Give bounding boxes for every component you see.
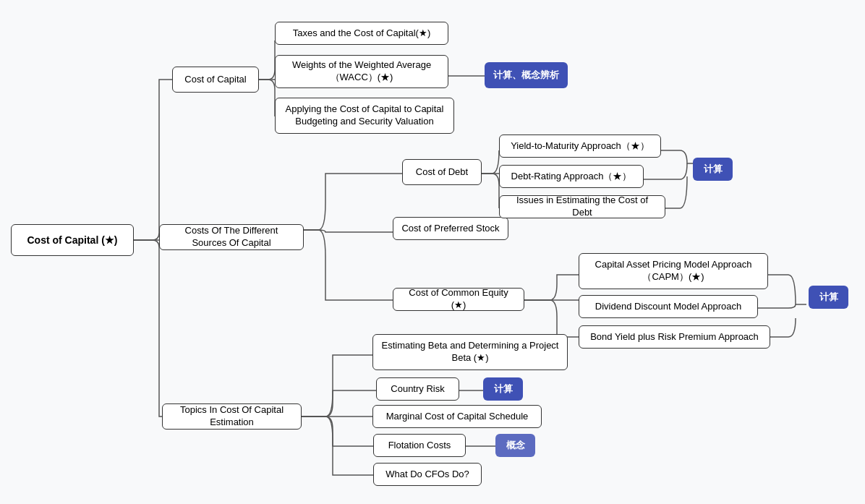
country-risk-node: Country Risk	[376, 377, 459, 401]
cost-pref-stock-node: Cost of Preferred Stock	[393, 217, 508, 240]
cost-of-debt-label: Cost of Debt	[416, 166, 468, 179]
flotation-node: Flotation Costs	[373, 434, 466, 457]
badge-calc1: 计算	[693, 158, 733, 181]
badge-calc2-label: 计算	[819, 291, 838, 304]
applying-node: Applying the Cost of Capital to Capital …	[275, 98, 454, 134]
costs-different-node: Costs Of The Different Sources Of Capita…	[159, 224, 304, 250]
mindmap: Cost of Capital (★) Cost of Capital Cost…	[0, 0, 865, 504]
badge-calc3-label: 计算	[494, 383, 513, 396]
debt-rating-label: Debt-Rating Approach（★）	[511, 171, 632, 183]
cost-of-debt-node: Cost of Debt	[402, 159, 482, 185]
ddm-node: Dividend Discount Model Approach	[579, 295, 758, 318]
weights-node: Weights of the Weighted Average（WACC）(★)	[275, 55, 448, 88]
taxes-node: Taxes and the Cost of Capital(★)	[275, 22, 448, 45]
badge-calc-concept: 计算、概念辨析	[485, 62, 568, 88]
costs-different-label: Costs Of The Different Sources Of Capita…	[167, 225, 296, 249]
bond-yield-node: Bond Yield plus Risk Premium Approach	[579, 325, 770, 349]
marginal-cost-node: Marginal Cost of Capital Schedule	[372, 405, 542, 428]
estimating-beta-node: Estimating Beta and Determining a Projec…	[372, 334, 568, 370]
root-label: Cost of Capital (★)	[27, 234, 118, 247]
ytm-label: Yield-to-Maturity Approach（★）	[511, 140, 649, 153]
badge-concept: 概念	[495, 434, 535, 457]
what-cfos-label: What Do CFOs Do?	[385, 469, 469, 481]
what-cfos-node: What Do CFOs Do?	[373, 463, 482, 486]
badge-calc1-label: 计算	[704, 163, 723, 176]
topics-node: Topics In Cost Of Capital Estimation	[162, 403, 302, 430]
debt-rating-node: Debt-Rating Approach（★）	[499, 165, 644, 188]
issues-cost-debt-label: Issues in Estimating the Cost of Debt	[507, 195, 657, 219]
marginal-cost-label: Marginal Cost of Capital Schedule	[386, 411, 529, 423]
cost-common-equity-node: Cost of Common Equity (★)	[393, 288, 524, 311]
badge-calc-concept-label: 计算、概念辨析	[493, 69, 559, 82]
capm-node: Capital Asset Pricing Model Approach（CAP…	[579, 253, 768, 289]
badge-concept-label: 概念	[506, 439, 525, 452]
issues-cost-debt-node: Issues in Estimating the Cost of Debt	[499, 195, 665, 218]
root-node: Cost of Capital (★)	[11, 224, 134, 256]
topics-label: Topics In Cost Of Capital Estimation	[170, 404, 294, 429]
cost-of-capital-node: Cost of Capital	[172, 67, 259, 93]
cost-pref-stock-label: Cost of Preferred Stock	[401, 223, 499, 235]
taxes-label: Taxes and the Cost of Capital(★)	[293, 27, 430, 40]
badge-calc2: 计算	[809, 286, 848, 309]
ytm-node: Yield-to-Maturity Approach（★）	[499, 134, 661, 158]
country-risk-label: Country Risk	[391, 383, 444, 396]
applying-label: Applying the Cost of Capital to Capital …	[283, 103, 446, 128]
cost-of-capital-label: Cost of Capital	[184, 74, 246, 86]
flotation-label: Flotation Costs	[388, 440, 451, 452]
capm-label: Capital Asset Pricing Model Approach（CAP…	[587, 259, 760, 283]
estimating-beta-label: Estimating Beta and Determining a Projec…	[380, 340, 560, 364]
weights-label: Weights of the Weighted Average（WACC）(★)	[283, 59, 440, 84]
cost-common-equity-label: Cost of Common Equity (★)	[401, 287, 516, 312]
ddm-label: Dividend Discount Model Approach	[595, 301, 741, 313]
bond-yield-label: Bond Yield plus Risk Premium Approach	[590, 331, 759, 343]
badge-calc3: 计算	[483, 377, 523, 401]
